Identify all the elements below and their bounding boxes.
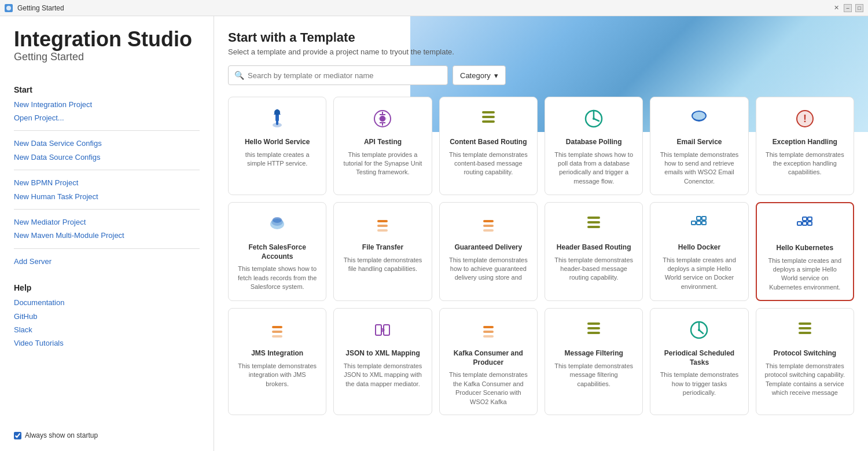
chevron-down-icon: ▾ <box>494 71 498 80</box>
minimize-button[interactable]: – <box>844 4 852 12</box>
always-show-label: Always show on startup <box>25 431 98 439</box>
template-card-protocol-switching[interactable]: Protocol Switching This template demonst… <box>756 308 854 415</box>
svg-rect-27 <box>587 221 600 223</box>
new-data-service-configs-link[interactable]: New Data Service Configs <box>14 137 200 150</box>
template-card-database-polling[interactable]: Database Polling This template shows how… <box>545 97 643 195</box>
template-grid: Hello World Service this template create… <box>228 97 854 415</box>
template-card-exception-handling[interactable]: ! Exception Handling This template demon… <box>756 97 854 195</box>
svg-rect-48 <box>587 327 600 329</box>
add-server-link[interactable]: Add Server <box>14 255 200 268</box>
template-title-protocol-switching: Protocol Switching <box>773 349 836 358</box>
template-card-jms-integration[interactable]: JMS Integration This template demonstrat… <box>228 308 326 415</box>
template-icon-json-xml-mapping <box>372 319 393 344</box>
slack-link[interactable]: Slack <box>14 323 200 336</box>
template-title-kafka-consumer-producer: Kafka Consumer and Producer <box>448 349 529 367</box>
template-icon-jms-integration <box>266 319 288 344</box>
new-data-source-configs-link[interactable]: New Data Source Configs <box>14 151 200 164</box>
category-button[interactable]: Category ▾ <box>453 65 506 85</box>
new-human-task-project-link[interactable]: New Human Task Project <box>14 190 200 203</box>
close-icon-tab[interactable]: ✕ <box>834 4 839 12</box>
documentation-link[interactable]: Documentation <box>14 296 200 309</box>
divider-1 <box>14 130 200 131</box>
template-title-email-service: Email Service <box>676 138 722 147</box>
template-desc-database-polling: This template shows how to poll data fro… <box>553 151 634 186</box>
template-desc-jms-integration: This template demonstrates integration w… <box>237 362 318 388</box>
template-icon-hello-kubernetes <box>794 214 816 239</box>
template-card-hello-kubernetes[interactable]: Hello Kubernetes This template creates a… <box>756 202 854 301</box>
svg-point-7 <box>380 116 385 122</box>
new-maven-multi-module-link[interactable]: New Maven Multi-Module Project <box>14 229 200 242</box>
new-integration-project-link[interactable]: New Integration Project <box>14 98 200 111</box>
new-mediator-project-link[interactable]: New Mediator Project <box>14 215 200 229</box>
svg-rect-35 <box>797 222 801 225</box>
template-icon-hello-world <box>266 108 288 133</box>
template-card-hello-docker[interactable]: Hello Docker This template creates and d… <box>650 202 748 301</box>
template-card-api-testing[interactable]: API Testing This template provides a tut… <box>333 97 432 195</box>
template-card-email-service[interactable]: Email Service This template demonstrates… <box>650 97 748 195</box>
svg-text:!: ! <box>803 113 807 124</box>
template-card-kafka-consumer-producer[interactable]: Kafka Consumer and Producer This templat… <box>439 308 538 415</box>
template-title-exception-handling: Exception Handling <box>773 138 837 147</box>
search-input[interactable] <box>248 71 442 80</box>
svg-rect-32 <box>702 221 706 225</box>
template-title-jms-integration: JMS Integration <box>251 349 303 358</box>
template-card-guaranteed-delivery[interactable]: Guaranteed Delivery This template demons… <box>439 202 538 301</box>
sidebar: Integration Studio Getting Started Start… <box>0 16 214 451</box>
page-subtitle: Select a template and provide a project … <box>228 47 854 56</box>
svg-rect-8 <box>482 116 495 118</box>
template-card-fetch-salesforce[interactable]: Fetch SalesForce Accounts This template … <box>228 202 326 301</box>
template-card-json-xml-mapping[interactable]: JSON to XML Mapping This template demons… <box>333 308 432 415</box>
template-icon-file-transfer <box>372 213 393 239</box>
video-tutorials-link[interactable]: Video Tutorials <box>14 336 200 350</box>
template-card-file-transfer[interactable]: File Transfer This template demonstrates… <box>333 202 432 301</box>
github-link[interactable]: GitHub <box>14 310 200 323</box>
svg-rect-39 <box>808 217 812 221</box>
svg-rect-33 <box>697 217 701 220</box>
template-title-message-filtering: Message Filtering <box>564 349 623 358</box>
template-icon-database-polling <box>583 108 605 133</box>
svg-rect-46 <box>483 331 494 333</box>
divider-4 <box>14 248 200 249</box>
svg-rect-28 <box>587 226 600 228</box>
template-title-hello-docker: Hello Docker <box>678 243 720 252</box>
template-card-header-based-routing[interactable]: Header Based Routing This template demon… <box>545 202 643 301</box>
template-desc-file-transfer: This template demonstrates file handling… <box>342 256 423 274</box>
always-show-checkbox[interactable] <box>14 432 21 439</box>
maximize-button[interactable]: □ <box>855 4 863 12</box>
window-controls: – □ <box>844 4 863 12</box>
template-title-content-based-routing: Content Based Routing <box>450 138 527 147</box>
svg-point-20 <box>273 217 282 223</box>
template-title-guaranteed-delivery: Guaranteed Delivery <box>454 243 522 252</box>
svg-rect-22 <box>377 225 388 227</box>
svg-rect-40 <box>272 326 282 328</box>
template-card-periodical-scheduled-tasks[interactable]: Periodical Scheduled Tasks This template… <box>650 308 748 415</box>
title-bar: Getting Started ✕ – □ <box>0 0 868 16</box>
svg-rect-5 <box>276 120 278 125</box>
template-desc-exception-handling: This template demonstrates the exception… <box>764 151 845 177</box>
divider-2 <box>14 170 200 170</box>
svg-rect-23 <box>377 229 388 232</box>
template-title-json-xml-mapping: JSON to XML Mapping <box>345 349 420 358</box>
svg-point-12 <box>593 118 595 120</box>
template-title-file-transfer: File Transfer <box>362 243 403 252</box>
template-icon-fetch-salesforce <box>266 213 288 239</box>
app-body: Integration Studio Getting Started Start… <box>0 16 868 451</box>
template-icon-message-filtering <box>583 319 605 344</box>
help-section: Help Documentation GitHub Slack Video Tu… <box>14 273 200 350</box>
template-icon-kafka-consumer-producer <box>477 319 499 344</box>
page-title: Start with a Template <box>228 30 854 45</box>
new-bpmn-project-link[interactable]: New BPMN Project <box>14 176 200 189</box>
template-desc-api-testing: This template provides a tutorial for th… <box>342 151 423 177</box>
svg-point-52 <box>698 329 700 331</box>
template-desc-json-xml-mapping: This template demonstrates JSON to XML m… <box>342 362 423 388</box>
template-card-message-filtering[interactable]: Message Filtering This template demonstr… <box>545 308 643 415</box>
open-project-link[interactable]: Open Project... <box>14 111 200 124</box>
svg-point-4 <box>274 109 280 115</box>
template-icon-protocol-switching <box>794 319 816 344</box>
svg-rect-21 <box>377 220 388 222</box>
template-card-hello-world[interactable]: Hello World Service this template create… <box>228 97 326 195</box>
template-icon-exception-handling: ! <box>794 108 816 133</box>
svg-rect-47 <box>483 335 494 338</box>
template-card-content-based-routing[interactable]: Content Based Routing This template demo… <box>439 97 538 195</box>
svg-rect-25 <box>483 225 494 227</box>
